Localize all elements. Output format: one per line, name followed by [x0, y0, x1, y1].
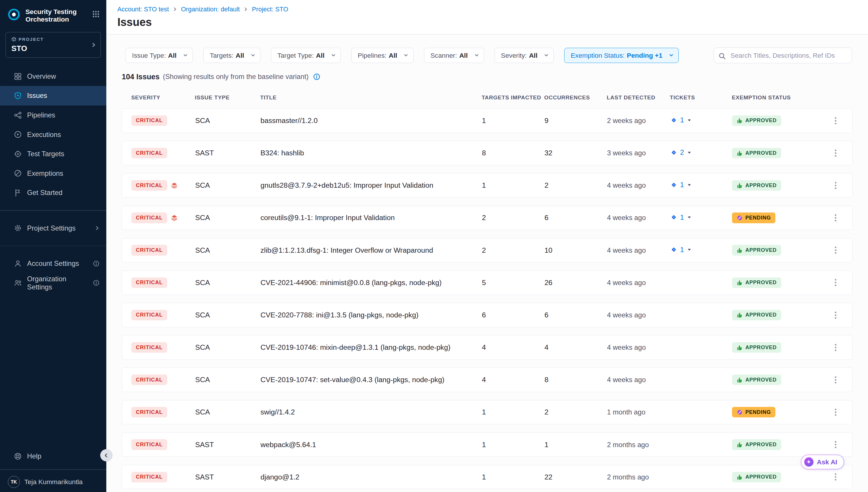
row-menu-button[interactable]	[833, 473, 852, 481]
status-label: APPROVED	[745, 150, 777, 156]
col-targets-impacted: TARGETS IMPACTED	[481, 94, 544, 101]
table-row[interactable]: CRITICAL SCA bassmaster//1.2.0 1 9 2 wee…	[122, 108, 852, 133]
breadcrumb-project-link[interactable]: Project: STO	[252, 5, 288, 13]
kebab-icon	[835, 149, 837, 157]
table-row[interactable]: CRITICAL SCA swig//1.4.2 1 2 1 month ago…	[122, 400, 852, 425]
last-detected-cell: 4 weeks ago	[607, 311, 670, 319]
filter-issue-type[interactable]: Issue Type:All	[126, 48, 193, 63]
exemption-status-badge: APPROVED	[732, 180, 781, 191]
sidebar-item-overview[interactable]: Overview	[0, 67, 106, 86]
breadcrumb-organization-link[interactable]: Organization: default	[181, 5, 240, 13]
table-row[interactable]: CRITICAL SCA gnutls28@3.7.9-2+deb12u5: I…	[122, 173, 852, 198]
row-menu-button[interactable]	[833, 408, 852, 416]
row-menu-button[interactable]	[833, 344, 852, 351]
sidebar-item-executions[interactable]: Executions	[0, 125, 106, 144]
sidebar-item-get-started[interactable]: Get Started	[0, 183, 106, 202]
filter-scanner[interactable]: Scanner:All	[424, 48, 484, 63]
severity-badge: CRITICAL	[131, 439, 167, 450]
chevron-down-icon	[404, 53, 408, 57]
issue-type-cell: SAST	[195, 441, 260, 449]
row-menu-button[interactable]	[833, 117, 852, 125]
ask-ai-sparkle-icon	[804, 457, 814, 467]
filter-targets[interactable]: Targets:All	[203, 48, 260, 63]
baseline-note: (Showing results only from the baseline …	[163, 73, 309, 81]
row-menu-button[interactable]	[833, 181, 852, 190]
targets-impacted-cell: 1	[482, 181, 544, 190]
severity-cell: CRITICAL	[131, 245, 195, 255]
row-menu-button[interactable]	[833, 279, 852, 287]
last-detected-cell: 4 weeks ago	[607, 181, 670, 190]
user-name: Teja Kummarikuntla	[24, 478, 83, 486]
filter-severity[interactable]: Severity:All	[495, 48, 554, 63]
sidebar-item-label: Account Settings	[27, 260, 79, 268]
last-detected-cell: 4 weeks ago	[607, 343, 670, 351]
row-menu-button[interactable]	[833, 311, 852, 319]
issue-title: webpack@5.64.1	[260, 441, 482, 449]
table-row[interactable]: CRITICAL SCA CVE-2021-44906: minimist@0.…	[122, 270, 852, 295]
row-menu-button[interactable]	[833, 376, 852, 384]
ticket-dropdown[interactable]: 1	[670, 116, 692, 124]
gear-icon	[14, 224, 22, 232]
filter-pipelines[interactable]: Pipelines:All	[351, 48, 414, 63]
sidebar-item-project-settings[interactable]: Project Settings	[0, 218, 106, 238]
filter-target-type[interactable]: Target Type:All	[271, 48, 341, 63]
last-detected-cell: 4 weeks ago	[607, 279, 670, 287]
info-icon[interactable]	[93, 279, 100, 286]
table-row[interactable]: CRITICAL SCA CVE-2020-7788: ini@1.3.5 (l…	[122, 303, 852, 327]
cube-icon	[11, 37, 16, 42]
issue-type-cell: SCA	[195, 117, 260, 125]
ticket-dropdown[interactable]: 1	[670, 246, 692, 254]
table-row[interactable]: CRITICAL SCA coreutils@9.1-1: Improper I…	[122, 206, 852, 230]
table-row[interactable]: CRITICAL SCA zlib@1:1.2.13.dfsg-1: Integ…	[122, 238, 852, 263]
sidebar-item-test-targets[interactable]: Test Targets	[0, 144, 106, 164]
target-icon	[14, 150, 22, 158]
sidebar-item-account-settings[interactable]: Account Settings	[0, 254, 106, 273]
table-row[interactable]: CRITICAL SCA CVE-2019-10747: set-value@0…	[122, 368, 852, 392]
filter-exemption-status[interactable]: Exemption Status:Pending +1	[564, 48, 679, 63]
info-icon[interactable]	[313, 73, 320, 80]
sidebar-item-issues[interactable]: Issues	[0, 86, 106, 105]
ticket-dropdown[interactable]: 2	[670, 148, 692, 156]
overview-icon	[14, 73, 22, 80]
row-menu-button[interactable]	[833, 441, 852, 448]
exemption-status-cell: APPROVED	[732, 245, 833, 255]
info-icon[interactable]	[93, 260, 100, 267]
help-button[interactable]: Help	[0, 446, 106, 466]
row-menu-button[interactable]	[833, 149, 852, 157]
breadcrumb-account-link[interactable]: Account: STO test	[117, 5, 169, 13]
table-row[interactable]: CRITICAL SAST django@1.2 1 22 2 months a…	[122, 465, 852, 489]
sidebar-collapse-button[interactable]	[100, 449, 112, 461]
user-profile[interactable]: TK Teja Kummarikuntla	[0, 472, 106, 492]
module-switcher-button[interactable]	[92, 9, 100, 20]
severity-badge-label: CRITICAL	[136, 247, 163, 253]
occurrences-cell: 1	[544, 441, 607, 449]
table-row[interactable]: CRITICAL SAST B324: hashlib 8 32 3 weeks…	[122, 141, 852, 165]
exemption-status-cell: APPROVED	[732, 148, 833, 158]
last-detected-cell: 2 months ago	[607, 441, 670, 449]
issue-title: CVE-2021-44906: minimist@0.0.8 (lang-pkg…	[260, 279, 482, 287]
exemption-status-badge: APPROVED	[732, 342, 781, 353]
sidebar-item-pipelines[interactable]: Pipelines	[0, 105, 106, 125]
harness-sto-logo[interactable]	[7, 7, 21, 22]
sidebar-item-label: Overview	[27, 72, 56, 80]
kebab-icon	[835, 181, 837, 190]
row-menu-button[interactable]	[833, 246, 852, 254]
sidebar-item-organization-settings[interactable]: Organization Settings	[0, 273, 106, 293]
kebab-icon	[835, 344, 837, 351]
ticket-dropdown[interactable]: 1	[670, 213, 692, 222]
row-menu-button[interactable]	[833, 214, 852, 222]
ticket-count: 1	[680, 246, 684, 254]
ticket-dropdown[interactable]: 1	[670, 181, 692, 189]
occurrences-cell: 4	[544, 343, 607, 351]
table-row[interactable]: CRITICAL SCA CVE-2019-10746: mixin-deep@…	[122, 335, 852, 360]
severity-badge: CRITICAL	[131, 213, 167, 223]
sidebar-item-exemptions[interactable]: Exemptions	[0, 164, 106, 183]
project-selector[interactable]: PROJECT STO	[5, 32, 101, 58]
severity-badge-label: CRITICAL	[136, 312, 163, 318]
executions-icon	[14, 130, 22, 139]
table-row[interactable]: CRITICAL SAST webpack@5.64.1 1 1 2 month…	[122, 433, 852, 457]
ask-ai-button[interactable]: Ask AI	[801, 455, 844, 469]
severity-cell: CRITICAL	[131, 148, 195, 158]
search-input[interactable]	[714, 48, 852, 63]
exemptions-icon	[14, 169, 22, 177]
